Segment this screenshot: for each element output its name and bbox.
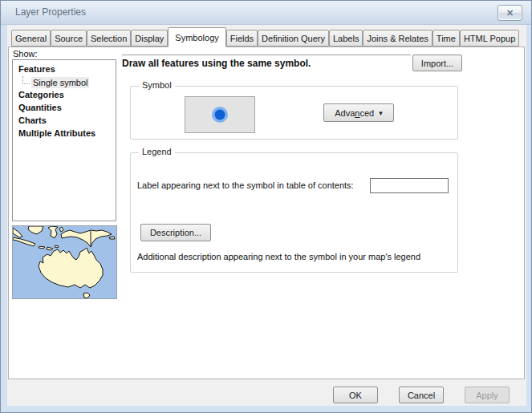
symbol-preview-button[interactable]	[185, 96, 255, 133]
tab-general[interactable]: General	[11, 30, 51, 47]
ok-button[interactable]: OK	[333, 387, 378, 403]
header-divider	[122, 55, 411, 56]
tab-html-popup[interactable]: HTML Popup	[460, 30, 519, 47]
titlebar[interactable]: Layer Properties ✕	[1, 1, 531, 25]
legend-label-text: Label appearing next to the symbol in ta…	[137, 180, 354, 190]
tab-fields[interactable]: Fields	[226, 30, 258, 47]
map-thumbnail	[12, 225, 117, 299]
point-symbol-icon	[211, 106, 229, 123]
layer-properties-dialog: Layer Properties ✕ General Source Select…	[0, 0, 532, 413]
advanced-label: Advanced	[335, 108, 374, 118]
tab-source[interactable]: Source	[51, 30, 87, 47]
advanced-dropdown-button[interactable]: Advanced ▾	[323, 103, 394, 122]
tab-selection[interactable]: Selection	[87, 30, 131, 47]
tree-item-charts[interactable]: Charts	[13, 114, 116, 127]
symbology-page: Show: Features Single symbol Categories …	[8, 47, 525, 379]
legend-group-caption: Legend	[139, 147, 175, 156]
tab-labels[interactable]: Labels	[329, 30, 363, 47]
tab-strip: General Source Selection Display Symbolo…	[11, 26, 525, 47]
legend-groupbox: Legend Label appearing next to the symbo…	[130, 152, 458, 273]
cancel-button[interactable]: Cancel	[399, 387, 444, 403]
tab-display[interactable]: Display	[131, 30, 168, 47]
tree-item-single-symbol-label: Single symbol	[31, 77, 89, 88]
tree-item-quantities[interactable]: Quantities	[13, 101, 116, 114]
tab-definition-query[interactable]: Definition Query	[258, 30, 329, 47]
description-button[interactable]: Description...	[140, 224, 211, 241]
show-label: Show:	[13, 49, 38, 59]
legend-label-input[interactable]	[370, 178, 449, 193]
symbol-group-caption: Symbol	[139, 80, 175, 90]
window-title: Layer Properties	[15, 1, 86, 24]
close-icon: ✕	[506, 8, 514, 18]
symbol-groupbox: Symbol Advanced ▾	[130, 86, 458, 140]
tab-time[interactable]: Time	[433, 30, 460, 47]
tree-item-features[interactable]: Features	[13, 63, 116, 75]
tree-item-categories[interactable]: Categories	[13, 88, 116, 101]
tab-joins-relates[interactable]: Joins & Relates	[363, 30, 432, 47]
tab-symbology[interactable]: Symbology	[168, 27, 225, 47]
show-tree: Features Single symbol Categories Quanti…	[12, 59, 116, 221]
tree-item-single-symbol[interactable]: Single symbol	[13, 75, 116, 88]
legend-additional-text: Additional description appearing next to…	[137, 252, 420, 261]
tree-connector-icon	[22, 76, 30, 84]
apply-button[interactable]: Apply	[465, 387, 510, 403]
import-button[interactable]: Import...	[412, 55, 462, 71]
dialog-body: General Source Selection Display Symbolo…	[7, 25, 526, 406]
page-heading: Draw all features using the same symbol.	[122, 58, 311, 69]
close-button[interactable]: ✕	[497, 5, 522, 21]
tree-item-multiple-attributes[interactable]: Multiple Attributes	[13, 127, 116, 140]
chevron-down-icon: ▾	[379, 109, 383, 117]
